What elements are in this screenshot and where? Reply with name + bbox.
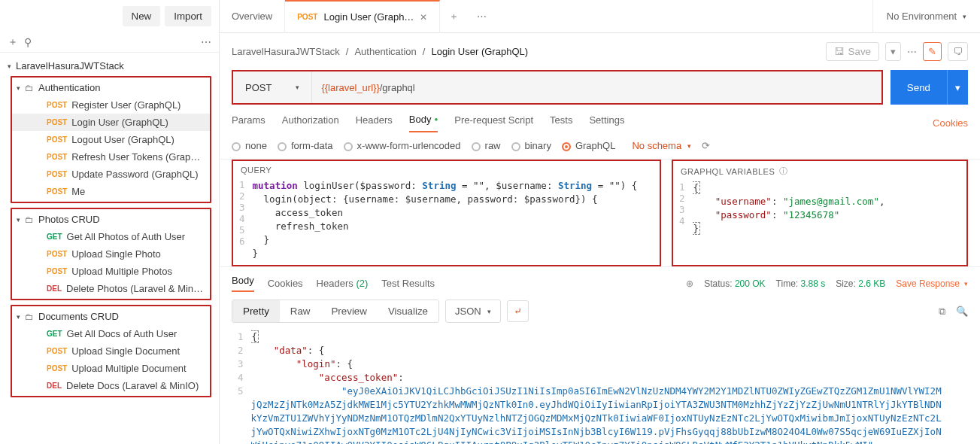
- sidebar-request[interactable]: POSTUpload Single Photo: [12, 245, 210, 263]
- resp-tab-tests[interactable]: Test Results: [381, 278, 435, 289]
- refresh-icon[interactable]: ⟳: [702, 140, 710, 151]
- chevron-down-icon: ▾: [17, 84, 20, 92]
- method-badge: POST: [47, 153, 67, 161]
- more-icon[interactable]: ⋯: [201, 36, 211, 48]
- folder-name: Authentication: [38, 82, 100, 93]
- add-tab-icon[interactable]: ＋: [440, 10, 468, 23]
- request-name: Login User (GraphQL): [71, 117, 168, 128]
- method-badge: GET: [47, 233, 62, 241]
- send-button[interactable]: Send: [890, 70, 947, 105]
- sidebar-folder[interactable]: ▾🗀Documents CRUD: [12, 308, 210, 325]
- bodytype-raw[interactable]: raw: [472, 140, 501, 151]
- sidebar-request[interactable]: GETGet All Photos of Auth User: [12, 228, 210, 245]
- sidebar-request[interactable]: POSTMe: [12, 183, 210, 200]
- url-input[interactable]: {{laravel_url}}/graphql: [312, 71, 881, 103]
- method-badge: DEL: [47, 284, 62, 293]
- bodytype-xform[interactable]: x-www-form-urlencoded: [344, 140, 461, 151]
- crumb[interactable]: LaravelHasuraJWTStack: [232, 46, 340, 57]
- search-icon[interactable]: 🔍: [956, 306, 968, 318]
- method-badge: POST: [47, 170, 67, 178]
- method-badge: POST: [47, 135, 67, 144]
- tab-settings[interactable]: Settings: [589, 114, 624, 132]
- tab-headers[interactable]: Headers: [356, 114, 393, 132]
- environment-select[interactable]: No Environment ▾: [872, 0, 980, 32]
- bodytype-none[interactable]: none: [232, 140, 267, 151]
- info-icon[interactable]: ⓘ: [779, 166, 788, 177]
- network-icon[interactable]: ⊕: [686, 278, 693, 289]
- sidebar-request[interactable]: POSTUpdate Password (GraphQL): [12, 166, 210, 183]
- tab-tests[interactable]: Tests: [550, 114, 572, 132]
- sidebar-request[interactable]: DELDelete Photos (Laravel & MinI…: [12, 280, 210, 297]
- send-dropdown[interactable]: ▾: [947, 70, 968, 105]
- size-value: 2.6 KB: [858, 278, 885, 289]
- request-name: Get All Docs of Auth User: [67, 328, 177, 339]
- tab-params[interactable]: Params: [232, 114, 265, 132]
- add-icon[interactable]: ＋: [8, 35, 18, 49]
- view-pretty[interactable]: Pretty: [232, 300, 280, 322]
- environment-label: No Environment: [887, 11, 957, 22]
- save-button[interactable]: 🖫 Save: [826, 42, 879, 61]
- tab-label: Login User (Graph…: [323, 11, 414, 23]
- edit-icon[interactable]: ✎: [923, 42, 942, 61]
- sidebar: New Import ＋ ⚲ ⋯ ▾ LaravelHasuraJWTStack…: [0, 0, 220, 444]
- sidebar-request[interactable]: POSTRefresh User Tokens (Graph…: [12, 148, 210, 166]
- resp-tab-headers[interactable]: Headers (2): [317, 278, 369, 289]
- sidebar-folder[interactable]: ▾🗀Photos CRUD: [12, 211, 210, 228]
- sidebar-folder[interactable]: ▾🗀Authentication: [12, 79, 210, 96]
- variables-editor[interactable]: GRAPHQL VARIABLES ⓘ 1234 { "username": "…: [672, 160, 968, 266]
- schema-select[interactable]: No schema▾: [632, 140, 691, 151]
- resp-tab-body[interactable]: Body: [232, 275, 254, 292]
- wrap-icon[interactable]: ⤶: [507, 300, 529, 322]
- view-visualize[interactable]: Visualize: [378, 300, 438, 322]
- status-label: Status:: [704, 278, 732, 289]
- tab-active[interactable]: POST Login User (Graph… ✕: [285, 0, 440, 33]
- view-raw[interactable]: Raw: [280, 300, 321, 322]
- bodytype-formdata[interactable]: form-data: [278, 140, 333, 151]
- time-value: 3.88 s: [801, 278, 826, 289]
- comment-icon[interactable]: 🗨: [948, 42, 968, 61]
- sidebar-request[interactable]: POSTUpload Single Document: [12, 342, 210, 360]
- sidebar-request[interactable]: POSTRegister User (GraphQL): [12, 96, 210, 114]
- response-body[interactable]: 12345 { "data": { "login": { "access_tok…: [220, 330, 980, 444]
- more-icon[interactable]: ⋯: [907, 46, 917, 57]
- method-label: POST: [245, 82, 272, 93]
- tab-more-icon[interactable]: ⋯: [468, 11, 496, 22]
- method-badge: POST: [47, 187, 67, 196]
- size-label: Size:: [836, 278, 856, 289]
- sidebar-request[interactable]: POSTLogout User (GraphQL): [12, 131, 210, 148]
- save-response[interactable]: Save Response ▾: [896, 278, 968, 289]
- folder-icon: 🗀: [25, 214, 34, 225]
- tab-authorization[interactable]: Authorization: [282, 114, 339, 132]
- method-badge: POST: [47, 250, 67, 258]
- tab-body[interactable]: Body: [409, 114, 438, 132]
- sidebar-request[interactable]: POSTLogin User (GraphQL): [12, 114, 210, 131]
- bodytype-graphql[interactable]: GraphQL: [562, 140, 615, 151]
- sidebar-request[interactable]: DELDelete Docs (Laravel & MinIO): [12, 377, 210, 394]
- view-preview[interactable]: Preview: [320, 300, 377, 322]
- tab-prerequest[interactable]: Pre-request Script: [454, 114, 533, 132]
- query-editor[interactable]: QUERY 123456 mutation loginUser($passwor…: [232, 160, 661, 266]
- method-badge: POST: [47, 118, 67, 126]
- close-icon[interactable]: ✕: [420, 12, 427, 23]
- response-tabs: Body Cookies Headers (2) Test Results ⊕ …: [220, 266, 980, 292]
- method-select[interactable]: POST ▾: [233, 71, 312, 103]
- filter-icon[interactable]: ⚲: [24, 36, 32, 48]
- save-dropdown[interactable]: ▾: [885, 42, 901, 61]
- crumb-current: Login User (GraphQL): [431, 46, 528, 57]
- format-select[interactable]: JSON▾: [445, 300, 501, 323]
- method-badge: POST: [47, 347, 67, 355]
- tab-overview[interactable]: Overview: [220, 0, 285, 33]
- sidebar-request[interactable]: POSTUpload Multiple Photos: [12, 263, 210, 280]
- sidebar-request[interactable]: POSTUpload Multiple Document: [12, 360, 210, 377]
- chevron-down-icon: ▾: [17, 313, 20, 321]
- tab-label: Overview: [232, 11, 272, 22]
- copy-icon[interactable]: ⧉: [939, 306, 945, 318]
- new-button[interactable]: New: [123, 6, 161, 26]
- sidebar-request[interactable]: GETGet All Docs of Auth User: [12, 325, 210, 342]
- crumb[interactable]: Authentication: [354, 46, 416, 57]
- bodytype-binary[interactable]: binary: [511, 140, 551, 151]
- cookies-link[interactable]: Cookies: [933, 117, 968, 129]
- import-button[interactable]: Import: [165, 6, 211, 26]
- resp-tab-cookies[interactable]: Cookies: [268, 278, 303, 289]
- collection-row[interactable]: ▾ LaravelHasuraJWTStack: [0, 57, 219, 75]
